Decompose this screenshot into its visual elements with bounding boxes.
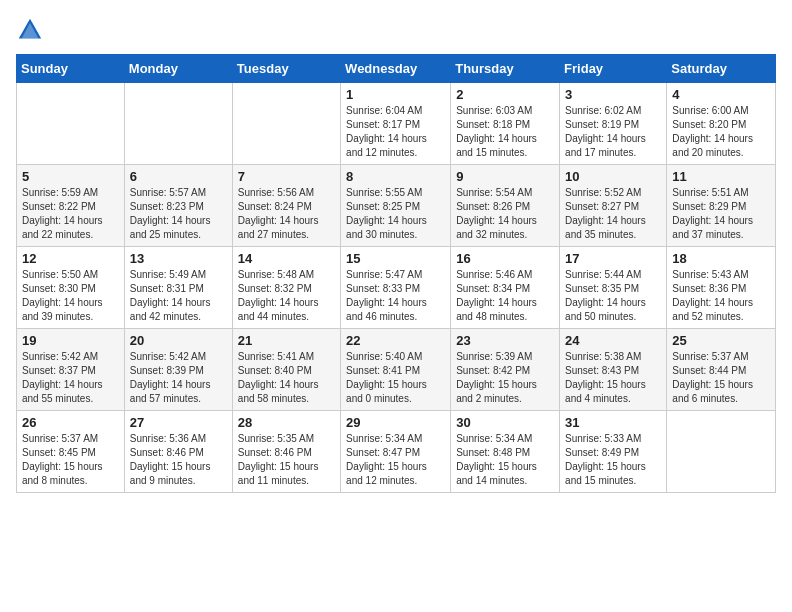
day-info: Sunrise: 5:35 AM Sunset: 8:46 PM Dayligh… <box>238 432 335 488</box>
day-number: 28 <box>238 415 335 430</box>
calendar-cell: 14Sunrise: 5:48 AM Sunset: 8:32 PM Dayli… <box>232 247 340 329</box>
calendar-cell: 9Sunrise: 5:54 AM Sunset: 8:26 PM Daylig… <box>451 165 560 247</box>
day-number: 16 <box>456 251 554 266</box>
day-number: 7 <box>238 169 335 184</box>
day-info: Sunrise: 6:04 AM Sunset: 8:17 PM Dayligh… <box>346 104 445 160</box>
day-header-tuesday: Tuesday <box>232 55 340 83</box>
day-number: 17 <box>565 251 661 266</box>
calendar-cell: 11Sunrise: 5:51 AM Sunset: 8:29 PM Dayli… <box>667 165 776 247</box>
day-number: 12 <box>22 251 119 266</box>
calendar-cell: 15Sunrise: 5:47 AM Sunset: 8:33 PM Dayli… <box>341 247 451 329</box>
calendar-cell: 5Sunrise: 5:59 AM Sunset: 8:22 PM Daylig… <box>17 165 125 247</box>
calendar-cell: 18Sunrise: 5:43 AM Sunset: 8:36 PM Dayli… <box>667 247 776 329</box>
day-info: Sunrise: 5:55 AM Sunset: 8:25 PM Dayligh… <box>346 186 445 242</box>
day-number: 22 <box>346 333 445 348</box>
calendar-cell: 25Sunrise: 5:37 AM Sunset: 8:44 PM Dayli… <box>667 329 776 411</box>
day-number: 4 <box>672 87 770 102</box>
day-info: Sunrise: 6:03 AM Sunset: 8:18 PM Dayligh… <box>456 104 554 160</box>
day-info: Sunrise: 5:42 AM Sunset: 8:37 PM Dayligh… <box>22 350 119 406</box>
day-number: 19 <box>22 333 119 348</box>
day-info: Sunrise: 5:52 AM Sunset: 8:27 PM Dayligh… <box>565 186 661 242</box>
day-number: 1 <box>346 87 445 102</box>
calendar-cell: 31Sunrise: 5:33 AM Sunset: 8:49 PM Dayli… <box>560 411 667 493</box>
week-row-4: 19Sunrise: 5:42 AM Sunset: 8:37 PM Dayli… <box>17 329 776 411</box>
day-header-thursday: Thursday <box>451 55 560 83</box>
day-info: Sunrise: 5:48 AM Sunset: 8:32 PM Dayligh… <box>238 268 335 324</box>
calendar-cell: 1Sunrise: 6:04 AM Sunset: 8:17 PM Daylig… <box>341 83 451 165</box>
day-number: 5 <box>22 169 119 184</box>
day-info: Sunrise: 5:37 AM Sunset: 8:45 PM Dayligh… <box>22 432 119 488</box>
day-number: 24 <box>565 333 661 348</box>
logo <box>16 16 48 44</box>
day-number: 25 <box>672 333 770 348</box>
calendar-cell: 29Sunrise: 5:34 AM Sunset: 8:47 PM Dayli… <box>341 411 451 493</box>
day-info: Sunrise: 5:56 AM Sunset: 8:24 PM Dayligh… <box>238 186 335 242</box>
day-header-friday: Friday <box>560 55 667 83</box>
day-number: 3 <box>565 87 661 102</box>
day-header-monday: Monday <box>124 55 232 83</box>
day-info: Sunrise: 5:41 AM Sunset: 8:40 PM Dayligh… <box>238 350 335 406</box>
day-number: 11 <box>672 169 770 184</box>
calendar-cell: 3Sunrise: 6:02 AM Sunset: 8:19 PM Daylig… <box>560 83 667 165</box>
day-info: Sunrise: 5:42 AM Sunset: 8:39 PM Dayligh… <box>130 350 227 406</box>
calendar-table: SundayMondayTuesdayWednesdayThursdayFrid… <box>16 54 776 493</box>
day-number: 15 <box>346 251 445 266</box>
day-header-sunday: Sunday <box>17 55 125 83</box>
day-info: Sunrise: 5:33 AM Sunset: 8:49 PM Dayligh… <box>565 432 661 488</box>
week-row-1: 1Sunrise: 6:04 AM Sunset: 8:17 PM Daylig… <box>17 83 776 165</box>
day-number: 26 <box>22 415 119 430</box>
week-row-5: 26Sunrise: 5:37 AM Sunset: 8:45 PM Dayli… <box>17 411 776 493</box>
day-info: Sunrise: 5:44 AM Sunset: 8:35 PM Dayligh… <box>565 268 661 324</box>
day-number: 9 <box>456 169 554 184</box>
calendar-cell: 2Sunrise: 6:03 AM Sunset: 8:18 PM Daylig… <box>451 83 560 165</box>
calendar-cell <box>124 83 232 165</box>
day-number: 8 <box>346 169 445 184</box>
day-number: 21 <box>238 333 335 348</box>
day-info: Sunrise: 5:46 AM Sunset: 8:34 PM Dayligh… <box>456 268 554 324</box>
day-number: 18 <box>672 251 770 266</box>
day-number: 14 <box>238 251 335 266</box>
calendar-cell: 4Sunrise: 6:00 AM Sunset: 8:20 PM Daylig… <box>667 83 776 165</box>
calendar-cell: 7Sunrise: 5:56 AM Sunset: 8:24 PM Daylig… <box>232 165 340 247</box>
day-number: 23 <box>456 333 554 348</box>
calendar-cell: 27Sunrise: 5:36 AM Sunset: 8:46 PM Dayli… <box>124 411 232 493</box>
calendar-cell: 24Sunrise: 5:38 AM Sunset: 8:43 PM Dayli… <box>560 329 667 411</box>
day-number: 20 <box>130 333 227 348</box>
day-number: 30 <box>456 415 554 430</box>
calendar-cell: 19Sunrise: 5:42 AM Sunset: 8:37 PM Dayli… <box>17 329 125 411</box>
calendar-cell: 10Sunrise: 5:52 AM Sunset: 8:27 PM Dayli… <box>560 165 667 247</box>
calendar-cell: 28Sunrise: 5:35 AM Sunset: 8:46 PM Dayli… <box>232 411 340 493</box>
week-row-3: 12Sunrise: 5:50 AM Sunset: 8:30 PM Dayli… <box>17 247 776 329</box>
logo-icon <box>16 16 44 44</box>
day-info: Sunrise: 5:34 AM Sunset: 8:47 PM Dayligh… <box>346 432 445 488</box>
day-info: Sunrise: 5:36 AM Sunset: 8:46 PM Dayligh… <box>130 432 227 488</box>
day-info: Sunrise: 5:40 AM Sunset: 8:41 PM Dayligh… <box>346 350 445 406</box>
day-number: 27 <box>130 415 227 430</box>
calendar-cell <box>232 83 340 165</box>
day-info: Sunrise: 5:51 AM Sunset: 8:29 PM Dayligh… <box>672 186 770 242</box>
day-number: 31 <box>565 415 661 430</box>
day-info: Sunrise: 5:59 AM Sunset: 8:22 PM Dayligh… <box>22 186 119 242</box>
day-header-saturday: Saturday <box>667 55 776 83</box>
calendar-cell: 26Sunrise: 5:37 AM Sunset: 8:45 PM Dayli… <box>17 411 125 493</box>
calendar-cell: 30Sunrise: 5:34 AM Sunset: 8:48 PM Dayli… <box>451 411 560 493</box>
day-info: Sunrise: 6:02 AM Sunset: 8:19 PM Dayligh… <box>565 104 661 160</box>
days-header-row: SundayMondayTuesdayWednesdayThursdayFrid… <box>17 55 776 83</box>
calendar-cell: 13Sunrise: 5:49 AM Sunset: 8:31 PM Dayli… <box>124 247 232 329</box>
week-row-2: 5Sunrise: 5:59 AM Sunset: 8:22 PM Daylig… <box>17 165 776 247</box>
calendar-cell: 21Sunrise: 5:41 AM Sunset: 8:40 PM Dayli… <box>232 329 340 411</box>
calendar-cell: 22Sunrise: 5:40 AM Sunset: 8:41 PM Dayli… <box>341 329 451 411</box>
page-header <box>16 16 776 44</box>
calendar-cell: 8Sunrise: 5:55 AM Sunset: 8:25 PM Daylig… <box>341 165 451 247</box>
day-header-wednesday: Wednesday <box>341 55 451 83</box>
calendar-cell: 16Sunrise: 5:46 AM Sunset: 8:34 PM Dayli… <box>451 247 560 329</box>
day-number: 10 <box>565 169 661 184</box>
day-info: Sunrise: 5:39 AM Sunset: 8:42 PM Dayligh… <box>456 350 554 406</box>
day-info: Sunrise: 5:38 AM Sunset: 8:43 PM Dayligh… <box>565 350 661 406</box>
calendar-cell: 17Sunrise: 5:44 AM Sunset: 8:35 PM Dayli… <box>560 247 667 329</box>
day-info: Sunrise: 5:54 AM Sunset: 8:26 PM Dayligh… <box>456 186 554 242</box>
day-info: Sunrise: 5:49 AM Sunset: 8:31 PM Dayligh… <box>130 268 227 324</box>
calendar-cell: 6Sunrise: 5:57 AM Sunset: 8:23 PM Daylig… <box>124 165 232 247</box>
day-info: Sunrise: 5:47 AM Sunset: 8:33 PM Dayligh… <box>346 268 445 324</box>
day-info: Sunrise: 5:43 AM Sunset: 8:36 PM Dayligh… <box>672 268 770 324</box>
